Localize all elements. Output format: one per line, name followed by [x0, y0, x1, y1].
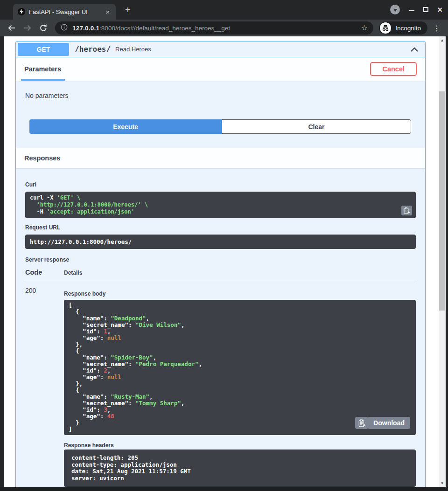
copy-response-button[interactable]: [355, 417, 368, 429]
scrollbar[interactable]: ▲ ▼: [439, 36, 446, 487]
window-right-edge: [446, 36, 448, 487]
maximize-button[interactable]: [423, 7, 428, 12]
fastapi-favicon-icon: [18, 8, 25, 15]
site-info-icon[interactable]: [61, 24, 68, 33]
response-details-cell: Response body [ { "name": "Deadpond", "s…: [64, 286, 416, 487]
url-path: :8000/docs#/default/read_heroes_heroes__…: [99, 25, 230, 32]
response-table-header: Code Details: [25, 269, 416, 280]
response-headers-block: content-length: 205content-type: applica…: [64, 450, 416, 487]
endpoint-summary: Read Heroes: [115, 46, 151, 53]
browser-tab[interactable]: FastAPI - Swagger UI ×: [13, 4, 116, 20]
curl-wrap: curl -X 'GET' \ 'http://127.0.0.1:8000/h…: [25, 192, 416, 218]
browser-chrome: FastAPI - Swagger UI × + × 127.0.0.1:800…: [0, 0, 448, 36]
response-row-200: 200 Response body [ { "name": "Deadpond"…: [25, 280, 416, 487]
window-bottom-edge: [0, 487, 448, 491]
request-url-label: Request URL: [25, 224, 416, 231]
menu-kebab-icon[interactable]: ⋮: [431, 24, 442, 33]
parameters-tab-underline: [21, 79, 65, 81]
browser-toolbar: 127.0.0.1:8000/docs#/default/read_heroes…: [0, 20, 448, 36]
responses-inner: Curl curl -X 'GET' \ 'http://127.0.0.1:8…: [16, 168, 425, 487]
forward-button[interactable]: [21, 22, 34, 34]
swagger-page: GET /heroes/ Read Heroes Parameters Canc…: [4, 36, 439, 487]
incognito-icon: [380, 22, 391, 34]
scrollbar-down-arrow-icon[interactable]: ▼: [439, 481, 446, 485]
response-body-label: Response body: [64, 290, 416, 297]
execute-button[interactable]: Execute: [29, 119, 222, 134]
responses-section-header: Responses: [16, 148, 425, 168]
address-bar[interactable]: 127.0.0.1:8000/docs#/default/read_heroes…: [55, 21, 373, 35]
cancel-button[interactable]: Cancel: [370, 62, 417, 76]
reload-button[interactable]: [37, 22, 49, 34]
method-badge: GET: [18, 43, 69, 56]
parameters-section-header: Parameters Cancel: [16, 57, 425, 81]
clipboard-icon: [358, 419, 365, 427]
clipboard-icon: [404, 207, 410, 214]
request-url-text: http://127.0.0.1:8000/heroes/: [30, 238, 132, 245]
parameters-tab: Parameters: [24, 65, 61, 73]
url-host: 127.0.0.1: [72, 25, 99, 32]
url-text: 127.0.0.1:8000/docs#/default/read_heroes…: [72, 25, 357, 32]
tab-title: FastAPI - Swagger UI: [29, 8, 100, 15]
curl-label: Curl: [25, 181, 416, 188]
details-column-header: Details: [64, 270, 82, 276]
responses-heading: Responses: [24, 154, 60, 162]
response-body-wrap: [ { "name": "Deadpond", "secret_name": "…: [64, 300, 416, 435]
code-column-header: Code: [25, 269, 64, 276]
incognito-badge: Incognito: [379, 21, 427, 35]
response-body-block: [ { "name": "Deadpond", "secret_name": "…: [64, 300, 416, 435]
curl-code-block: curl -X 'GET' \ 'http://127.0.0.1:8000/h…: [25, 192, 416, 218]
tab-close-icon[interactable]: ×: [104, 8, 111, 15]
tab-strip: FastAPI - Swagger UI × + ×: [0, 0, 448, 20]
execute-button-group: Execute Clear: [29, 119, 411, 134]
new-tab-button[interactable]: +: [122, 4, 133, 15]
scrollbar-thumb[interactable]: [439, 91, 445, 311]
response-headers-label: Response headers: [64, 442, 416, 449]
minimize-button[interactable]: [409, 7, 414, 11]
window-controls: ×: [390, 5, 442, 14]
incognito-label: Incognito: [395, 25, 421, 32]
copy-curl-button[interactable]: [401, 206, 412, 215]
request-url-block: http://127.0.0.1:8000/heroes/: [25, 235, 416, 249]
chevron-down-icon: [393, 9, 397, 12]
endpoint-header[interactable]: GET /heroes/ Read Heroes: [16, 41, 425, 57]
no-parameters-text: No parameters: [16, 81, 425, 99]
window-left-edge: [0, 36, 4, 487]
opblock-get-heroes: GET /heroes/ Read Heroes Parameters Canc…: [15, 41, 426, 487]
back-button[interactable]: [6, 22, 18, 34]
status-code: 200: [25, 286, 64, 487]
endpoint-path: /heroes/: [75, 45, 111, 54]
bookmark-star-icon[interactable]: ☆: [361, 24, 368, 32]
close-window-button[interactable]: ×: [437, 7, 442, 13]
tab-search-button[interactable]: [390, 5, 400, 14]
download-button[interactable]: Download: [368, 417, 410, 429]
collapse-chevron-up-icon[interactable]: [410, 47, 419, 52]
clear-button[interactable]: Clear: [222, 119, 411, 134]
server-response-label: Server response: [25, 256, 416, 263]
scrollbar-up-arrow-icon[interactable]: ▲: [439, 38, 446, 42]
